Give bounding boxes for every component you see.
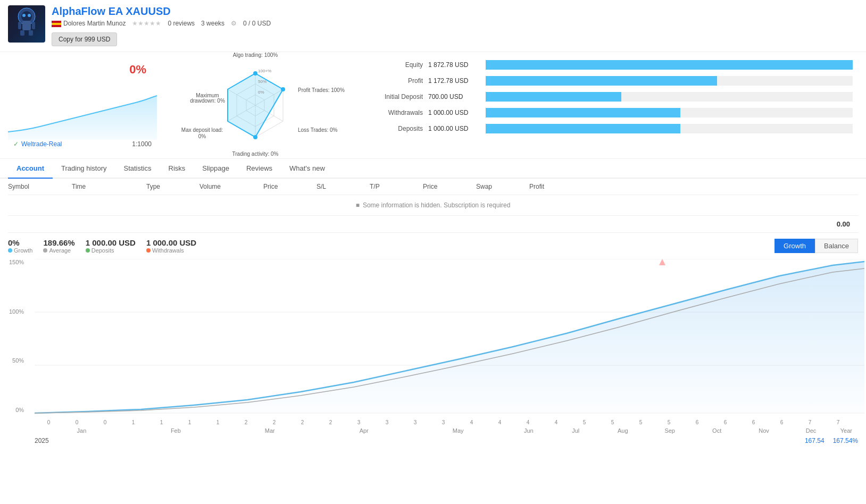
x-num-21: 5 xyxy=(627,419,655,425)
month-year: Year xyxy=(835,427,858,434)
month-nov: Nov xyxy=(740,427,787,434)
x-num-12: 3 xyxy=(373,419,401,425)
month-sep: Sep xyxy=(646,427,693,434)
page-title: AlphaFlow EA XAUUSD xyxy=(52,5,858,18)
year-footer: 2025 167.54 167.54% xyxy=(8,435,858,447)
stat-withdrawals: Withdrawals 1 000.00 USD xyxy=(359,108,853,117)
radar-chart: Algo trading: 100% 50% xyxy=(162,57,348,153)
growth-deposits-value: 1 000.00 USD xyxy=(86,238,136,247)
stat-equity-value: 1 872.78 USD xyxy=(428,61,481,69)
dot-growth xyxy=(8,248,12,253)
svg-rect-7 xyxy=(20,30,24,36)
x-num-2: 0 xyxy=(91,419,119,425)
svg-rect-6 xyxy=(32,22,35,29)
stat-withdrawals-bar-container xyxy=(486,108,853,117)
toggle-balance-btn[interactable]: Balance xyxy=(815,239,858,253)
x-num-8: 2 xyxy=(260,419,288,425)
y-label-0: 0% xyxy=(15,407,24,413)
tooltip-marker xyxy=(659,259,665,265)
month-oct: Oct xyxy=(693,427,740,434)
x-num-25: 6 xyxy=(739,419,768,425)
subtitle-row: Dolores Martin Munoz ★★★★★ 0 reviews 3 w… xyxy=(52,20,858,27)
svg-text:Max deposit load:: Max deposit load: xyxy=(181,127,223,133)
growth-toggle: Growth Balance xyxy=(775,239,858,253)
col-swap: Swap xyxy=(476,183,529,190)
avatar-image xyxy=(11,6,43,42)
svg-text:50%: 50% xyxy=(258,79,267,84)
stat-initial-bar-container xyxy=(486,92,853,102)
tab-slippage[interactable]: Slippage xyxy=(194,159,238,179)
copies-count: 0 / 0 USD xyxy=(243,20,271,27)
svg-rect-5 xyxy=(18,22,21,29)
profit-total-row: 0.00 xyxy=(8,216,858,233)
svg-marker-15 xyxy=(228,73,283,137)
stat-profit: Profit 1 172.78 USD xyxy=(359,76,853,86)
growth-chart-wrapper: 150% 100% 50% 0% xyxy=(35,259,858,435)
x-num-5: 1 xyxy=(176,419,204,425)
tab-reviews[interactable]: Reviews xyxy=(238,159,281,179)
stats-bars: Equity 1 872.78 USD Profit 1 172.78 USD … xyxy=(354,57,858,153)
svg-text:0%: 0% xyxy=(198,133,206,139)
hidden-message: Some information is hidden. Subscription… xyxy=(363,201,510,209)
svg-point-3 xyxy=(28,14,31,17)
month-mar: Mar xyxy=(223,427,317,434)
growth-stat-percent: 0% Growth xyxy=(8,238,32,254)
svg-text:Loss Trades: 0%: Loss Trades: 0% xyxy=(298,127,338,133)
tab-statistics[interactable]: Statistics xyxy=(115,159,160,179)
stat-deposits-value: 1 000.00 USD xyxy=(428,125,481,132)
radar-svg: Algo trading: 100% 50% xyxy=(165,49,346,161)
stat-equity-label: Equity xyxy=(359,61,423,69)
stat-withdrawals-label: Withdrawals xyxy=(359,109,423,116)
toggle-growth-btn[interactable]: Growth xyxy=(775,239,815,253)
lock-icon: ■ xyxy=(356,201,360,209)
stat-profit-bar-container xyxy=(486,76,853,86)
x-num-6: 1 xyxy=(204,419,232,425)
copy-button[interactable]: Copy for 999 USD xyxy=(52,32,117,46)
tabs-bar: Account Trading history Statistics Risks… xyxy=(0,159,866,179)
year-label: 2025 xyxy=(35,437,49,444)
header-info: AlphaFlow EA XAUUSD Dolores Martin Munoz… xyxy=(52,5,858,46)
x-num-13: 3 xyxy=(401,419,429,425)
growth-stats: 0% Growth 189.66% Average 1 000.00 USD D… xyxy=(8,238,775,254)
x-num-14: 3 xyxy=(429,419,457,425)
x-num-22: 5 xyxy=(655,419,683,425)
x-num-15: 4 xyxy=(457,419,486,425)
y-label-50: 50% xyxy=(12,357,24,364)
x-num-24: 6 xyxy=(711,419,739,425)
stat-profit-bar xyxy=(486,76,717,86)
svg-rect-4 xyxy=(22,21,31,30)
svg-text:100+%: 100+% xyxy=(258,69,271,73)
tab-trading-history[interactable]: Trading history xyxy=(53,159,115,179)
stat-deposits-bar-container xyxy=(486,124,853,133)
tab-risks[interactable]: Risks xyxy=(160,159,194,179)
duration: 3 weeks xyxy=(201,20,224,27)
avatar xyxy=(8,5,45,43)
stat-initial-deposit: Initial Deposit 700.00 USD xyxy=(359,92,853,102)
svg-text:0%: 0% xyxy=(258,90,264,95)
stars: ★★★★★ xyxy=(132,20,161,27)
x-num-10: 2 xyxy=(317,419,345,425)
table-header: Symbol Time Type Volume Price S/L T/P Pr… xyxy=(8,179,858,195)
growth-chart-svg xyxy=(35,259,864,418)
x-num-18: 4 xyxy=(542,419,570,425)
author-name: Dolores Martin Munoz xyxy=(63,20,126,27)
svg-text:Trading activity: 0%: Trading activity: 0% xyxy=(232,151,279,157)
x-num-0: 0 xyxy=(35,419,63,425)
x-num-23: 6 xyxy=(683,419,711,425)
col-volume: Volume xyxy=(199,183,263,190)
tab-account[interactable]: Account xyxy=(8,159,53,179)
month-jul: Jul xyxy=(552,427,599,434)
month-jun: Jun xyxy=(505,427,552,434)
svg-point-17 xyxy=(281,87,285,91)
reviews-count: 0 reviews xyxy=(168,20,195,27)
x-num-28: 7 xyxy=(824,419,852,425)
dot-deposits xyxy=(86,248,90,253)
platform-name: Weltrade-Real xyxy=(21,140,62,148)
x-num-27: 7 xyxy=(796,419,824,425)
stat-withdrawals-value: 1 000.00 USD xyxy=(428,109,481,116)
dot-average xyxy=(43,248,47,253)
tab-whats-new[interactable]: What's new xyxy=(281,159,334,179)
growth-percent-value: 0% xyxy=(8,238,32,247)
x-axis-numbers: 0 0 0 1 1 1 1 2 2 2 2 3 3 3 3 4 4 4 4 5 … xyxy=(35,418,858,426)
stat-deposits-bar xyxy=(486,124,680,133)
